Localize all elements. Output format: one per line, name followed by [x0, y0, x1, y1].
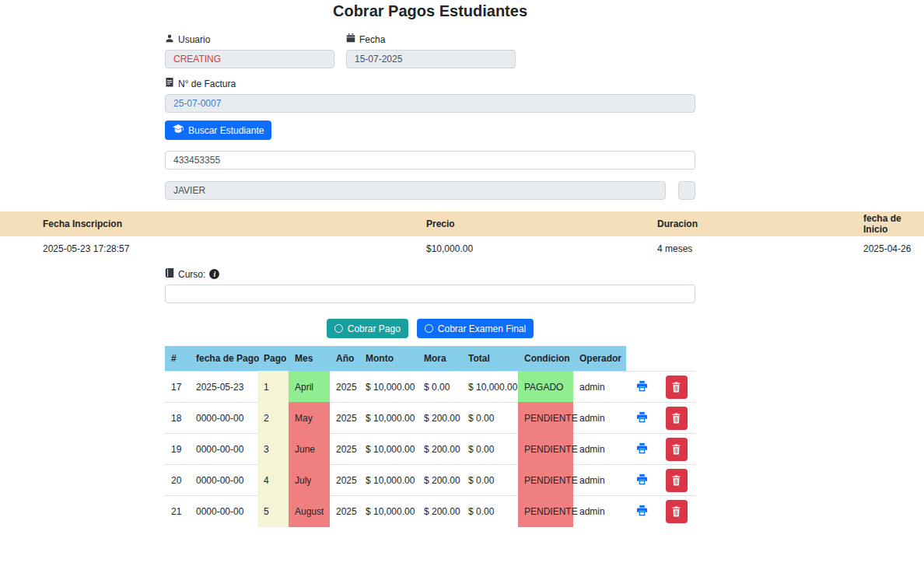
- cell-operador: admin: [573, 434, 626, 465]
- course-info-header-row: Fecha Inscripcion Precio Duracion fecha …: [0, 211, 924, 236]
- header-ano: Año: [330, 346, 359, 372]
- course-header-fecha-inscripcion: Fecha Inscripcion: [0, 218, 426, 229]
- header-mes: Mes: [289, 346, 330, 372]
- page-title: Cobrar Pagos Estudiantes: [165, 0, 695, 20]
- cell-operador: admin: [573, 403, 626, 434]
- course-fecha-inscripcion: 2025-05-23 17:28:57: [0, 243, 426, 254]
- cell-monto: $ 10,000.00: [359, 465, 418, 496]
- course-header-fecha-inicio: fecha de Inicio: [863, 213, 924, 235]
- header-fecha-pago: fecha de Pago: [190, 346, 257, 372]
- header-delete-spacer: [657, 346, 695, 372]
- course-precio: $10,000.00: [426, 243, 657, 254]
- person-icon: [165, 33, 174, 45]
- cell-total: $ 0.00: [462, 434, 518, 465]
- cobrar-pago-label: Cobrar Pago: [348, 323, 401, 334]
- table-row: 20 0000-00-00 4 July 2025 $ 10,000.00 $ …: [165, 465, 695, 496]
- cell-total: $ 0.00: [462, 465, 518, 496]
- fecha-label: Fecha: [359, 34, 385, 45]
- cell-ano: 2025: [330, 465, 359, 496]
- cell-mes: May: [289, 403, 330, 434]
- course-duracion: 4 meses: [657, 243, 863, 254]
- cell-condicion: PENDIENTE: [518, 403, 573, 434]
- cell-mora: $ 200.00: [418, 434, 462, 465]
- curso-input[interactable]: [165, 285, 695, 303]
- printer-icon[interactable]: [636, 411, 648, 423]
- header-pago: Pago: [257, 346, 289, 372]
- cell-operador: admin: [573, 496, 626, 527]
- cell-ano: 2025: [330, 496, 359, 527]
- cell-num: 20: [165, 465, 190, 496]
- fecha-label-row: Fecha: [346, 33, 516, 45]
- cell-total: $ 0.00: [462, 403, 518, 434]
- receipt-icon: [165, 78, 174, 89]
- header-condicion: Condicion: [518, 346, 573, 372]
- printer-icon[interactable]: [636, 505, 648, 516]
- curso-label: Curso:: [178, 269, 205, 280]
- table-row: 18 0000-00-00 2 May 2025 $ 10,000.00 $ 2…: [165, 403, 695, 434]
- cell-condicion: PENDIENTE: [518, 465, 573, 496]
- cell-num: 17: [165, 372, 190, 403]
- factura-label-row: N° de Factura: [165, 78, 695, 89]
- buscar-estudiante-label: Buscar Estudiante: [188, 125, 264, 136]
- cell-pago: 3: [257, 434, 289, 465]
- cell-pago: 4: [257, 465, 289, 496]
- course-info-table: Fecha Inscripcion Precio Duracion fecha …: [0, 211, 924, 261]
- cobrar-pago-button[interactable]: Cobrar Pago: [327, 319, 408, 338]
- payments-header-row: # fecha de Pago Pago Mes Año Monto Mora …: [165, 346, 695, 372]
- cell-operador: admin: [573, 465, 626, 496]
- cell-mes: April: [289, 372, 330, 403]
- cell-mes: August: [289, 496, 330, 527]
- printer-icon[interactable]: [636, 380, 648, 392]
- usuario-label: Usuario: [178, 34, 210, 45]
- factura-label: N° de Factura: [178, 79, 236, 89]
- cobrar-examen-label: Cobrar Examen Final: [438, 323, 526, 334]
- cell-fecha: 0000-00-00: [190, 496, 257, 527]
- course-header-duracion: Duracion: [657, 218, 863, 229]
- circle-outline-icon: [334, 324, 343, 333]
- circle-outline-icon: [425, 324, 433, 333]
- cell-mes: July: [289, 465, 330, 496]
- cedula-input[interactable]: [165, 151, 695, 169]
- header-monto: Monto: [359, 346, 418, 372]
- course-info-value-row: 2025-05-23 17:28:57 $10,000.00 4 meses 2…: [0, 236, 924, 261]
- buscar-estudiante-button[interactable]: Buscar Estudiante: [165, 121, 271, 140]
- graduation-cap-icon: [173, 124, 184, 136]
- header-print-spacer: [626, 346, 657, 372]
- cell-total: $ 10,000.00: [462, 372, 518, 403]
- table-row: 17 2025-05-23 1 April 2025 $ 10,000.00 $…: [165, 372, 695, 403]
- cell-mora: $ 0.00: [418, 372, 462, 403]
- course-header-precio: Precio: [426, 218, 657, 229]
- delete-button[interactable]: [666, 438, 688, 461]
- printer-icon[interactable]: [636, 442, 648, 454]
- header-operador: Operador: [573, 346, 626, 372]
- cell-fecha: 0000-00-00: [190, 434, 257, 465]
- cobrar-examen-final-button[interactable]: Cobrar Examen Final: [417, 319, 534, 338]
- payments-table: # fecha de Pago Pago Mes Año Monto Mora …: [165, 346, 695, 527]
- course-fecha-inicio: 2025-04-26: [863, 243, 924, 254]
- cell-condicion: PENDIENTE: [518, 434, 573, 465]
- delete-button[interactable]: [666, 376, 688, 399]
- header-num: #: [165, 346, 190, 372]
- header-mora: Mora: [418, 346, 462, 372]
- delete-button[interactable]: [666, 500, 688, 523]
- delete-button[interactable]: [666, 469, 688, 492]
- table-row: 19 0000-00-00 3 June 2025 $ 10,000.00 $ …: [165, 434, 695, 465]
- factura-field: [165, 94, 695, 113]
- cell-pago: 2: [257, 403, 289, 434]
- cell-mora: $ 200.00: [418, 403, 462, 434]
- printer-icon[interactable]: [636, 473, 648, 485]
- cell-mes: June: [289, 434, 330, 465]
- cell-fecha: 0000-00-00: [190, 465, 257, 496]
- calendar-icon: [346, 33, 355, 45]
- curso-label-row: Curso: i: [165, 268, 695, 280]
- cell-monto: $ 10,000.00: [359, 403, 418, 434]
- cell-mora: $ 200.00: [418, 496, 462, 527]
- cell-monto: $ 10,000.00: [359, 496, 418, 527]
- cell-num: 21: [165, 496, 190, 527]
- cell-condicion: PAGADO: [518, 372, 573, 403]
- info-circle-icon[interactable]: i: [209, 269, 219, 279]
- cell-mora: $ 200.00: [418, 465, 462, 496]
- delete-button[interactable]: [666, 407, 688, 430]
- cell-pago: 1: [257, 372, 289, 403]
- cell-num: 19: [165, 434, 190, 465]
